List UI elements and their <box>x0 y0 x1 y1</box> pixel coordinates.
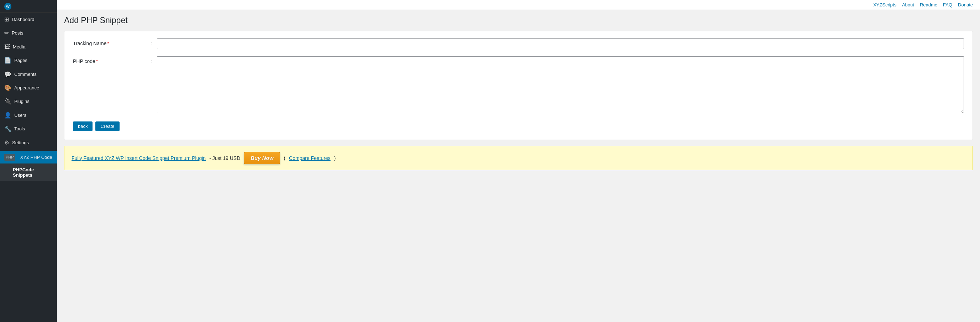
sidebar-logo: W <box>0 0 57 13</box>
promo-plugin-link[interactable]: Fully Featured XYZ WP Insert Code Snippe… <box>72 155 206 161</box>
sidebar: W ⊞ Dashboard ✏ Posts 🖼 Media 📄 Pages 💬 … <box>0 0 57 322</box>
php-code-field <box>157 56 964 114</box>
topbar-xyzscripts-link[interactable]: XYZScripts <box>873 2 896 8</box>
sidebar-item-label: Pages <box>14 57 27 64</box>
content-area: Add PHP Snippet Tracking Name* : PHP cod… <box>57 10 980 322</box>
sidebar-sub-label: PHPCode Snippets <box>13 167 34 178</box>
sidebar-item-dashboard[interactable]: ⊞ Dashboard <box>0 13 57 26</box>
sidebar-item-label: Tools <box>14 126 25 132</box>
sidebar-item-xyz-php-code[interactable]: PHP XYZ PHP Code <box>0 151 57 164</box>
sidebar-item-label: Users <box>14 112 26 119</box>
sidebar-item-label: Plugins <box>14 98 30 105</box>
tracking-name-required: * <box>107 41 109 46</box>
php-code-required: * <box>96 58 98 64</box>
settings-icon: ⚙ <box>4 139 9 147</box>
promo-compare-prefix: ( <box>283 155 285 161</box>
pages-icon: 📄 <box>4 57 11 64</box>
php-code-textarea[interactable] <box>157 56 964 113</box>
tracking-name-row: Tracking Name* : <box>73 38 964 49</box>
topbar: XYZScripts About Readme FAQ Donate <box>57 0 980 10</box>
create-button[interactable]: Create <box>95 121 119 131</box>
sidebar-item-appearance[interactable]: 🎨 Appearance <box>0 81 57 95</box>
sidebar-item-label: Dashboard <box>12 16 35 23</box>
tracking-name-label: Tracking Name* <box>73 38 151 46</box>
promo-compare-suffix: ) <box>334 155 336 161</box>
main-content: XYZScripts About Readme FAQ Donate Add P… <box>57 0 980 322</box>
tracking-name-separator: : <box>151 38 153 46</box>
sidebar-item-plugins[interactable]: 🔌 Plugins <box>0 95 57 108</box>
compare-features-link[interactable]: Compare Features <box>289 155 331 161</box>
sidebar-item-tools[interactable]: 🔧 Tools <box>0 122 57 136</box>
appearance-icon: 🎨 <box>4 84 11 92</box>
add-snippet-form-card: Tracking Name* : PHP code* : back <box>64 31 973 140</box>
users-icon: 👤 <box>4 112 11 120</box>
sidebar-item-label: Comments <box>14 71 37 78</box>
topbar-readme-link[interactable]: Readme <box>920 2 937 8</box>
sidebar-sub-menu: PHPCode Snippets <box>0 164 57 181</box>
sidebar-item-label: Settings <box>12 140 29 146</box>
plugins-icon: 🔌 <box>4 97 11 105</box>
xyz-icon: PHP <box>4 154 15 161</box>
tracking-name-field <box>157 38 964 49</box>
tools-icon: 🔧 <box>4 125 11 133</box>
media-icon: 🖼 <box>4 43 10 51</box>
back-button[interactable]: back <box>73 121 92 131</box>
php-code-label: PHP code* <box>73 56 151 64</box>
sidebar-item-label: Posts <box>12 30 24 36</box>
sidebar-item-media[interactable]: 🖼 Media <box>0 40 57 54</box>
wp-logo-icon: W <box>4 3 11 10</box>
topbar-about-link[interactable]: About <box>902 2 914 8</box>
php-code-row: PHP code* : <box>73 56 964 114</box>
sidebar-item-users[interactable]: 👤 Users <box>0 108 57 122</box>
topbar-faq-link[interactable]: FAQ <box>943 2 952 8</box>
sidebar-xyz-label: XYZ PHP Code <box>20 154 52 161</box>
sidebar-item-label: Media <box>13 44 25 50</box>
buy-now-button[interactable]: Buy Now <box>244 152 280 164</box>
sidebar-sub-phpcode-snippets[interactable]: PHPCode Snippets <box>0 165 57 180</box>
promo-middle-text: - Just 19 USD <box>209 155 240 161</box>
dashboard-icon: ⊞ <box>4 16 9 24</box>
sidebar-item-posts[interactable]: ✏ Posts <box>0 26 57 40</box>
page-title: Add PHP Snippet <box>64 16 973 25</box>
sidebar-item-comments[interactable]: 💬 Comments <box>0 68 57 81</box>
sidebar-item-pages[interactable]: 📄 Pages <box>0 54 57 67</box>
php-code-separator: : <box>151 56 153 64</box>
comments-icon: 💬 <box>4 70 11 78</box>
tracking-name-input[interactable] <box>157 38 964 49</box>
posts-icon: ✏ <box>4 29 9 37</box>
form-buttons: back Create <box>73 121 964 131</box>
sidebar-item-label: Appearance <box>14 85 39 91</box>
topbar-donate-link[interactable]: Donate <box>958 2 973 8</box>
promo-bar: Fully Featured XYZ WP Insert Code Snippe… <box>64 146 973 170</box>
sidebar-item-settings[interactable]: ⚙ Settings <box>0 136 57 150</box>
